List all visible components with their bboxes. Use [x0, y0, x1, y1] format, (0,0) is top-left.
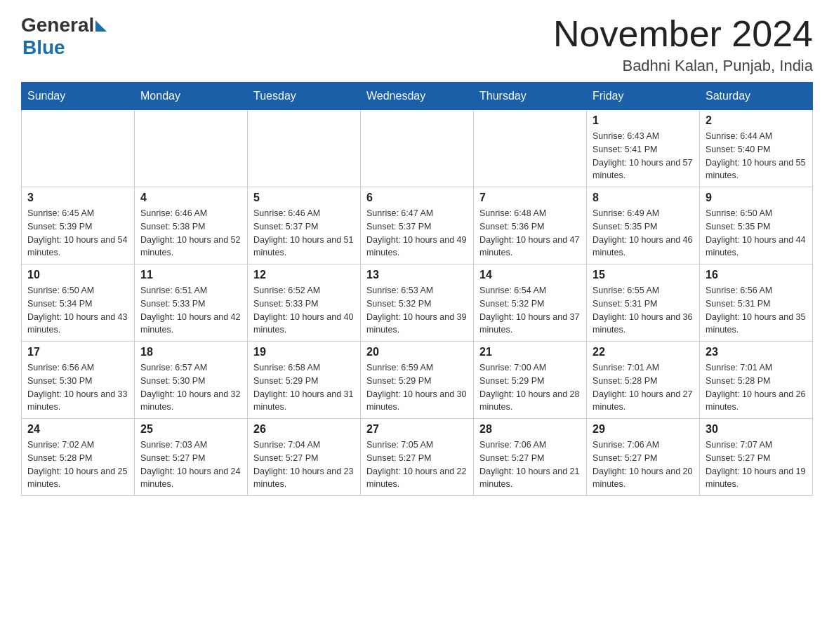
- day-info: Sunrise: 7:04 AMSunset: 5:27 PMDaylight:…: [253, 438, 355, 491]
- day-info: Sunrise: 7:01 AMSunset: 5:28 PMDaylight:…: [593, 361, 694, 414]
- day-number: 20: [366, 346, 468, 358]
- day-info: Sunrise: 7:06 AMSunset: 5:27 PMDaylight:…: [479, 438, 581, 491]
- week-row-2: 3Sunrise: 6:45 AMSunset: 5:39 PMDaylight…: [22, 187, 813, 264]
- day-info: Sunrise: 7:07 AMSunset: 5:27 PMDaylight:…: [706, 438, 807, 491]
- month-title: November 2024: [553, 14, 813, 54]
- day-info: Sunrise: 6:53 AMSunset: 5:32 PMDaylight:…: [366, 284, 468, 337]
- calendar-cell: 14Sunrise: 6:54 AMSunset: 5:32 PMDayligh…: [474, 264, 587, 342]
- calendar-cell: 22Sunrise: 7:01 AMSunset: 5:28 PMDayligh…: [587, 342, 700, 419]
- day-info: Sunrise: 6:51 AMSunset: 5:33 PMDaylight:…: [140, 284, 241, 337]
- weekday-header-thursday: Thursday: [474, 83, 587, 110]
- calendar-table: SundayMondayTuesdayWednesdayThursdayFrid…: [21, 82, 813, 496]
- calendar-cell: 7Sunrise: 6:48 AMSunset: 5:36 PMDaylight…: [474, 187, 587, 264]
- day-info: Sunrise: 6:57 AMSunset: 5:30 PMDaylight:…: [140, 361, 241, 414]
- calendar-cell: 4Sunrise: 6:46 AMSunset: 5:38 PMDaylight…: [135, 187, 248, 264]
- calendar-cell: 19Sunrise: 6:58 AMSunset: 5:29 PMDayligh…: [248, 342, 361, 419]
- day-info: Sunrise: 6:46 AMSunset: 5:38 PMDaylight:…: [140, 207, 241, 260]
- calendar-cell: 5Sunrise: 6:46 AMSunset: 5:37 PMDaylight…: [248, 187, 361, 264]
- calendar-cell: 3Sunrise: 6:45 AMSunset: 5:39 PMDaylight…: [22, 187, 135, 264]
- logo-general-text: General: [21, 14, 94, 36]
- calendar-cell: [22, 110, 135, 187]
- day-number: 30: [706, 423, 807, 436]
- day-number: 21: [479, 346, 581, 358]
- calendar-cell: 17Sunrise: 6:56 AMSunset: 5:30 PMDayligh…: [22, 342, 135, 419]
- day-number: 18: [140, 346, 241, 358]
- weekday-header-friday: Friday: [587, 83, 700, 110]
- week-row-1: 1Sunrise: 6:43 AMSunset: 5:41 PMDaylight…: [22, 110, 813, 187]
- day-info: Sunrise: 6:48 AMSunset: 5:36 PMDaylight:…: [479, 207, 581, 260]
- calendar-cell: 9Sunrise: 6:50 AMSunset: 5:35 PMDaylight…: [700, 187, 813, 264]
- weekday-header-saturday: Saturday: [700, 83, 813, 110]
- calendar-cell: 25Sunrise: 7:03 AMSunset: 5:27 PMDayligh…: [135, 419, 248, 496]
- calendar-cell: 28Sunrise: 7:06 AMSunset: 5:27 PMDayligh…: [474, 419, 587, 496]
- day-number: 3: [27, 192, 128, 204]
- day-info: Sunrise: 7:06 AMSunset: 5:27 PMDaylight:…: [593, 438, 694, 491]
- title-area: November 2024 Badhni Kalan, Punjab, Indi…: [553, 14, 813, 75]
- day-number: 19: [253, 346, 355, 358]
- calendar-cell: 8Sunrise: 6:49 AMSunset: 5:35 PMDaylight…: [587, 187, 700, 264]
- day-info: Sunrise: 6:55 AMSunset: 5:31 PMDaylight:…: [593, 284, 694, 337]
- calendar-cell: 20Sunrise: 6:59 AMSunset: 5:29 PMDayligh…: [361, 342, 474, 419]
- calendar-cell: 18Sunrise: 6:57 AMSunset: 5:30 PMDayligh…: [135, 342, 248, 419]
- calendar-cell: 10Sunrise: 6:50 AMSunset: 5:34 PMDayligh…: [22, 264, 135, 342]
- calendar-cell: 2Sunrise: 6:44 AMSunset: 5:40 PMDaylight…: [700, 110, 813, 187]
- day-number: 7: [479, 192, 581, 204]
- day-number: 22: [593, 346, 694, 358]
- day-number: 4: [140, 192, 241, 204]
- day-number: 2: [706, 114, 807, 127]
- day-number: 17: [27, 346, 128, 358]
- calendar-cell: [361, 110, 474, 187]
- day-info: Sunrise: 6:56 AMSunset: 5:30 PMDaylight:…: [27, 361, 128, 414]
- calendar-cell: 24Sunrise: 7:02 AMSunset: 5:28 PMDayligh…: [22, 419, 135, 496]
- calendar-cell: [474, 110, 587, 187]
- day-number: 29: [593, 423, 694, 436]
- location-subtitle: Badhni Kalan, Punjab, India: [553, 57, 813, 75]
- day-info: Sunrise: 6:45 AMSunset: 5:39 PMDaylight:…: [27, 207, 128, 260]
- calendar-cell: 11Sunrise: 6:51 AMSunset: 5:33 PMDayligh…: [135, 264, 248, 342]
- day-info: Sunrise: 6:50 AMSunset: 5:34 PMDaylight:…: [27, 284, 128, 337]
- day-number: 8: [593, 192, 694, 204]
- day-info: Sunrise: 6:49 AMSunset: 5:35 PMDaylight:…: [593, 207, 694, 260]
- day-number: 11: [140, 269, 241, 281]
- calendar-cell: 27Sunrise: 7:05 AMSunset: 5:27 PMDayligh…: [361, 419, 474, 496]
- weekday-header-monday: Monday: [135, 83, 248, 110]
- day-info: Sunrise: 6:59 AMSunset: 5:29 PMDaylight:…: [366, 361, 468, 414]
- day-number: 6: [366, 192, 468, 204]
- calendar-cell: 15Sunrise: 6:55 AMSunset: 5:31 PMDayligh…: [587, 264, 700, 342]
- day-number: 16: [706, 269, 807, 281]
- day-info: Sunrise: 7:00 AMSunset: 5:29 PMDaylight:…: [479, 361, 581, 414]
- logo: General Blue: [21, 14, 107, 59]
- day-number: 15: [593, 269, 694, 281]
- day-info: Sunrise: 7:05 AMSunset: 5:27 PMDaylight:…: [366, 438, 468, 491]
- day-number: 27: [366, 423, 468, 436]
- week-row-3: 10Sunrise: 6:50 AMSunset: 5:34 PMDayligh…: [22, 264, 813, 342]
- calendar-cell: 1Sunrise: 6:43 AMSunset: 5:41 PMDaylight…: [587, 110, 700, 187]
- day-number: 14: [479, 269, 581, 281]
- calendar-cell: 23Sunrise: 7:01 AMSunset: 5:28 PMDayligh…: [700, 342, 813, 419]
- day-number: 10: [27, 269, 128, 281]
- day-info: Sunrise: 6:46 AMSunset: 5:37 PMDaylight:…: [253, 207, 355, 260]
- day-info: Sunrise: 6:54 AMSunset: 5:32 PMDaylight:…: [479, 284, 581, 337]
- logo-arrow-icon: [95, 20, 107, 32]
- weekday-header-row: SundayMondayTuesdayWednesdayThursdayFrid…: [22, 83, 813, 110]
- day-number: 1: [593, 114, 694, 127]
- calendar-cell: 21Sunrise: 7:00 AMSunset: 5:29 PMDayligh…: [474, 342, 587, 419]
- day-info: Sunrise: 6:50 AMSunset: 5:35 PMDaylight:…: [706, 207, 807, 260]
- day-number: 13: [366, 269, 468, 281]
- calendar-cell: 29Sunrise: 7:06 AMSunset: 5:27 PMDayligh…: [587, 419, 700, 496]
- weekday-header-tuesday: Tuesday: [248, 83, 361, 110]
- day-number: 24: [27, 423, 128, 436]
- calendar-cell: [135, 110, 248, 187]
- calendar-cell: 6Sunrise: 6:47 AMSunset: 5:37 PMDaylight…: [361, 187, 474, 264]
- weekday-header-wednesday: Wednesday: [361, 83, 474, 110]
- weekday-header-sunday: Sunday: [22, 83, 135, 110]
- day-info: Sunrise: 7:01 AMSunset: 5:28 PMDaylight:…: [706, 361, 807, 414]
- day-info: Sunrise: 6:43 AMSunset: 5:41 PMDaylight:…: [593, 130, 694, 182]
- day-number: 26: [253, 423, 355, 436]
- day-info: Sunrise: 6:56 AMSunset: 5:31 PMDaylight:…: [706, 284, 807, 337]
- calendar-cell: 13Sunrise: 6:53 AMSunset: 5:32 PMDayligh…: [361, 264, 474, 342]
- day-number: 28: [479, 423, 581, 436]
- day-info: Sunrise: 6:47 AMSunset: 5:37 PMDaylight:…: [366, 207, 468, 260]
- logo-blue-text: Blue: [22, 36, 65, 59]
- calendar-cell: 16Sunrise: 6:56 AMSunset: 5:31 PMDayligh…: [700, 264, 813, 342]
